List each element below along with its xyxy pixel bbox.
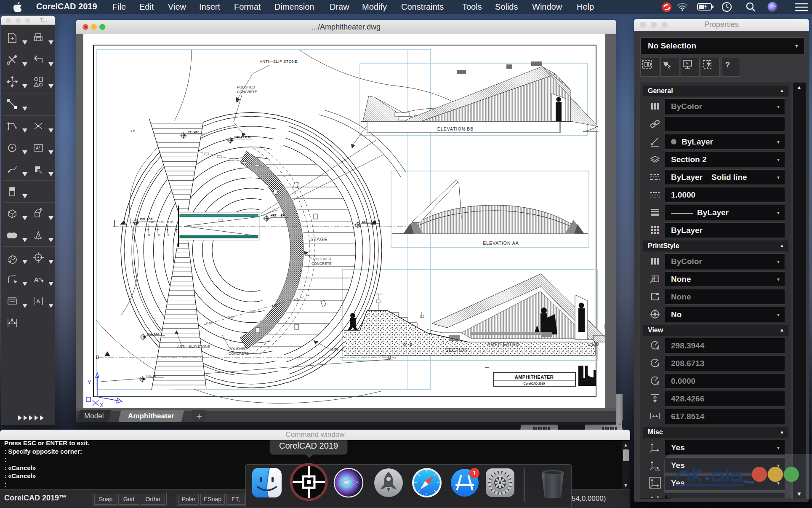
svg-text:A: A xyxy=(36,298,40,305)
svg-text:?: ? xyxy=(725,61,730,69)
svg-text:Z: Z xyxy=(657,382,659,386)
svg-text:0.0: 0.0 xyxy=(655,468,660,471)
svg-text:B: B xyxy=(96,355,99,360)
svg-text:ELEVATION AA: ELEVATION AA xyxy=(483,241,519,246)
svg-text:P.LL A&A: P.LL A&A xyxy=(147,332,160,335)
svg-text:X: X xyxy=(657,346,659,350)
svg-text:3 M: 3 M xyxy=(130,129,135,132)
svg-text:B: B xyxy=(158,234,160,237)
svg-text:CONCRETE: CONCRETE xyxy=(237,90,257,94)
svg-text:SECTION: SECTION xyxy=(445,348,468,353)
svg-text:STAGE: STAGE xyxy=(310,237,327,242)
svg-text:AMPHITHEATER: AMPHITHEATER xyxy=(515,374,554,380)
svg-text:A: A xyxy=(34,276,39,283)
svg-text:X: X xyxy=(100,402,104,408)
svg-text:A: A xyxy=(11,318,13,323)
svg-text:1: 1 xyxy=(473,469,476,476)
svg-text:B: B xyxy=(148,234,150,237)
svg-text:2.00: 2.00 xyxy=(228,316,234,319)
svg-text:P.FL 457: P.FL 457 xyxy=(188,131,199,134)
svg-text:P.EL ACB: P.EL ACB xyxy=(140,218,152,221)
svg-text:POLISHED: POLISHED xyxy=(313,257,331,261)
svg-text:Y: Y xyxy=(657,364,659,368)
svg-text:EXT = 1 B.B: EXT = 1 B.B xyxy=(234,136,250,139)
svg-text:D—B: D—B xyxy=(403,342,413,347)
svg-text:0.60: 0.60 xyxy=(206,322,212,325)
svg-text:CorelCAD 2019: CorelCAD 2019 xyxy=(524,382,545,385)
svg-text:CONCRETE: CONCRETE xyxy=(311,262,332,266)
svg-text:A: A xyxy=(656,495,659,499)
svg-text:P.FL 4B: P.FL 4B xyxy=(146,374,157,377)
svg-text:1.67: 1.67 xyxy=(272,304,277,307)
svg-text:POLISHED: POLISHED xyxy=(229,347,247,351)
svg-text:Y: Y xyxy=(88,379,91,385)
svg-text:ANTI—SLIP STONE: ANTI—SLIP STONE xyxy=(177,345,210,349)
svg-text:CONCRETE: CONCRETE xyxy=(229,351,249,356)
svg-text:B: B xyxy=(168,234,169,237)
svg-text:HRT — BF: HRT — BF xyxy=(271,214,284,217)
svg-text:1.80: 1.80 xyxy=(158,221,164,224)
svg-text:AMFITEATRO: AMFITEATRO xyxy=(487,342,520,347)
svg-text:1.00: 1.00 xyxy=(168,221,173,224)
svg-text:ELEVATION BB: ELEVATION BB xyxy=(437,126,474,131)
svg-text:POLISHED: POLISHED xyxy=(237,85,255,89)
svg-text:2.30: 2.30 xyxy=(294,298,299,301)
svg-text:A°: A° xyxy=(36,146,40,150)
svg-text:EXT — OM: EXT — OM xyxy=(362,220,376,223)
svg-text:ANTI—SLIP STONE: ANTI—SLIP STONE xyxy=(260,59,298,64)
svg-text:1.50: 1.50 xyxy=(250,310,256,313)
svg-text:1:100: 1:100 xyxy=(588,342,599,347)
